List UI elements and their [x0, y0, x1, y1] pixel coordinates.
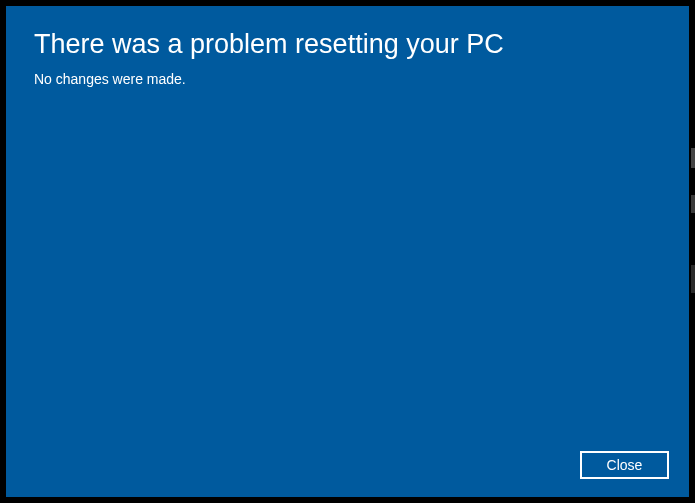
- dialog-body: There was a problem resetting your PC No…: [6, 6, 689, 497]
- close-button[interactable]: Close: [580, 451, 669, 479]
- dialog-message: No changes were made.: [34, 71, 186, 87]
- dialog-frame: There was a problem resetting your PC No…: [0, 0, 695, 503]
- dialog-title: There was a problem resetting your PC: [34, 29, 504, 60]
- edge-artifact: [691, 148, 695, 168]
- edge-artifact: [691, 195, 695, 213]
- edge-artifact: [691, 265, 695, 293]
